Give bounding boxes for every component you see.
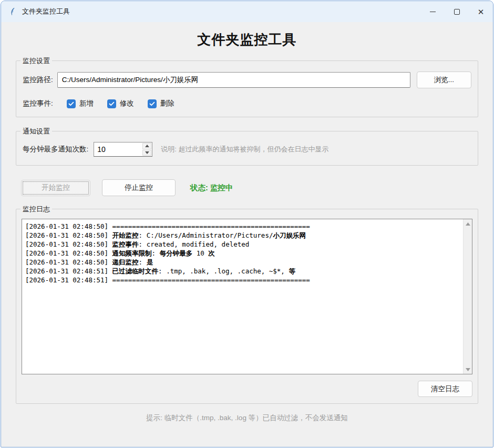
notify-settings-group: 通知设置 每分钟最多通知次数: 说明: 超过此频率的通知将被抑制，但仍会在日志中… bbox=[16, 131, 478, 166]
scroll-down-button[interactable] bbox=[464, 365, 472, 374]
rate-spinbox bbox=[94, 142, 152, 157]
checkbox-checked-icon bbox=[148, 99, 157, 108]
checkbox-checked-icon bbox=[67, 99, 76, 108]
events-label: 监控事件: bbox=[23, 99, 53, 108]
event-checkbox-created[interactable]: 新增 bbox=[67, 99, 94, 108]
checkbox-checked-icon bbox=[107, 99, 116, 108]
log-line: [2026-01-31 02:48:50] 开始监控: C:/Users/Adm… bbox=[25, 231, 460, 240]
monitor-settings-label: 监控设置 bbox=[20, 56, 52, 66]
log-text[interactable]: [2026-01-31 02:48:50] ==================… bbox=[22, 219, 463, 374]
close-icon: ✕ bbox=[478, 8, 485, 16]
window-title: 文件夹监控工具 bbox=[22, 7, 70, 16]
scroll-up-button[interactable] bbox=[464, 219, 472, 228]
log-group-label: 监控日志 bbox=[20, 205, 52, 214]
clear-row: 清空日志 bbox=[22, 381, 472, 397]
status-badge: 状态: 监控中 bbox=[190, 183, 233, 193]
rate-hint: 说明: 超过此频率的通知将被抑制，但仍会在日志中显示 bbox=[161, 145, 328, 154]
event-label: 修改 bbox=[120, 99, 134, 108]
log-area: [2026-01-31 02:48:50] ==================… bbox=[22, 219, 472, 374]
scroll-down-icon bbox=[466, 368, 470, 371]
spin-up-button[interactable] bbox=[142, 143, 151, 149]
event-checkbox-modified[interactable]: 修改 bbox=[107, 99, 134, 108]
spin-down-button[interactable] bbox=[142, 150, 151, 156]
log-line: [2026-01-31 02:48:51] ==================… bbox=[25, 276, 460, 284]
events-row: 监控事件: 新增 修改 删除 bbox=[23, 99, 471, 108]
minimize-icon bbox=[430, 12, 436, 12]
path-row: 监控路径: 浏览... bbox=[23, 72, 471, 88]
main-content: 文件夹监控工具 监控设置 监控路径: 浏览... 监控事件: 新增 bbox=[1, 22, 493, 447]
rate-label: 每分钟最多通知次数: bbox=[23, 145, 88, 154]
event-checkbox-deleted[interactable]: 删除 bbox=[148, 99, 174, 108]
maximize-icon bbox=[454, 9, 460, 15]
rate-row: 每分钟最多通知次数: 说明: 超过此频率的通知将被抑制，但仍会在日志中显示 bbox=[23, 142, 471, 157]
page-title: 文件夹监控工具 bbox=[16, 30, 478, 49]
stop-monitor-button[interactable]: 停止监控 bbox=[102, 179, 176, 196]
close-button[interactable]: ✕ bbox=[469, 1, 493, 22]
event-label: 新增 bbox=[79, 99, 94, 108]
log-line: [2026-01-31 02:48:50] 通知频率限制: 每分钟最多 10 次 bbox=[25, 249, 460, 258]
app-feather-icon bbox=[8, 7, 17, 16]
monitor-settings-group: 监控设置 监控路径: 浏览... 监控事件: 新增 bbox=[16, 60, 478, 117]
spin-arrows bbox=[142, 143, 151, 156]
log-line: [2026-01-31 02:48:51] 已过滤临时文件: .tmp, .ba… bbox=[25, 267, 460, 276]
path-label: 监控路径: bbox=[23, 75, 53, 85]
log-line: [2026-01-31 02:48:50] 递归监控: 是 bbox=[25, 258, 460, 267]
log-group: 监控日志 [2026-01-31 02:48:50] =============… bbox=[16, 209, 478, 404]
rate-input[interactable] bbox=[94, 142, 142, 156]
clear-log-button[interactable]: 清空日志 bbox=[418, 381, 472, 397]
log-scrollbar[interactable] bbox=[463, 219, 472, 374]
chevron-up-icon bbox=[145, 145, 149, 147]
titlebar: 文件夹监控工具 ✕ bbox=[1, 1, 493, 22]
event-label: 删除 bbox=[160, 99, 174, 108]
minimize-button[interactable] bbox=[420, 1, 445, 22]
browse-button[interactable]: 浏览... bbox=[417, 72, 471, 88]
notify-settings-label: 通知设置 bbox=[20, 127, 52, 136]
log-line: [2026-01-31 02:48:50] 监控事件: created, mod… bbox=[25, 240, 460, 249]
footer-hint: 提示: 临时文件（.tmp, .bak, .log 等）已自动过滤，不会发送通知 bbox=[16, 413, 478, 423]
action-row: 开始监控 停止监控 状态: 监控中 bbox=[16, 179, 478, 196]
start-monitor-button[interactable]: 开始监控 bbox=[21, 180, 90, 196]
scroll-up-icon bbox=[466, 222, 470, 226]
app-window: 文件夹监控工具 ✕ 文件夹监控工具 监控设置 监控路径: 浏览... 监控事件: bbox=[1, 1, 493, 447]
path-input[interactable] bbox=[57, 72, 410, 88]
log-line: [2026-01-31 02:48:50] ==================… bbox=[25, 222, 460, 231]
maximize-button[interactable] bbox=[445, 1, 469, 22]
chevron-down-icon bbox=[145, 151, 149, 154]
